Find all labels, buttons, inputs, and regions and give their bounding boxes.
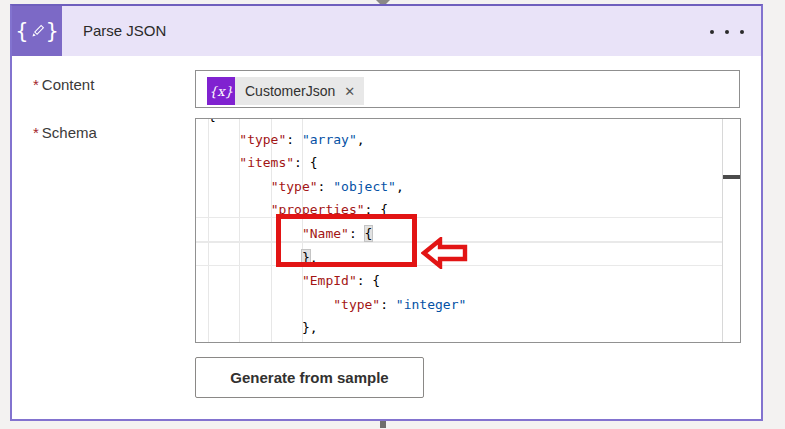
parse-json-icon: { } xyxy=(12,6,62,56)
expression-token-icon: {x} xyxy=(207,77,235,105)
editor-scrollbar-marker[interactable] xyxy=(723,175,740,179)
scrollbar-track xyxy=(722,119,723,342)
more-actions-button[interactable] xyxy=(710,24,762,40)
code-line: "items": { xyxy=(208,151,466,175)
required-asterisk: * xyxy=(33,76,39,93)
code-line: }, xyxy=(208,246,466,270)
token-label: CustomerJson xyxy=(245,83,335,99)
schema-code: { "type": "array", "items": { "type": "o… xyxy=(208,118,466,343)
customerjson-token[interactable]: {x} CustomerJson ✕ xyxy=(207,77,364,105)
content-label: *Content xyxy=(33,76,94,93)
action-title: Parse JSON xyxy=(83,6,166,56)
code-line: }, xyxy=(208,316,466,340)
action-card-header[interactable]: { } Parse JSON xyxy=(12,6,761,56)
code-line: "properties": { xyxy=(208,198,466,222)
code-line: "Mobile": { xyxy=(208,340,466,343)
code-line: { xyxy=(208,118,466,128)
generate-from-sample-button[interactable]: Generate from sample xyxy=(195,357,424,398)
flow-designer-canvas: { } Parse JSON *Content {x} xyxy=(0,0,785,429)
ellipsis-icon xyxy=(710,30,714,34)
code-line: "type": "array", xyxy=(208,128,466,152)
schema-label: *Schema xyxy=(33,124,97,141)
code-line: "type": "integer" xyxy=(208,293,466,317)
remove-token-icon[interactable]: ✕ xyxy=(344,84,355,99)
parse-json-action-card: { } Parse JSON *Content {x} xyxy=(10,4,763,421)
schema-code-editor[interactable]: { "type": "array", "items": { "type": "o… xyxy=(195,118,741,343)
content-input[interactable]: {x} CustomerJson ✕ xyxy=(195,70,740,108)
pencil-icon xyxy=(30,24,45,39)
code-line: "EmpId": { xyxy=(208,269,466,293)
required-asterisk: * xyxy=(33,124,39,141)
code-line: "type": "object", xyxy=(208,175,466,199)
code-line: "Name": { xyxy=(208,222,466,246)
